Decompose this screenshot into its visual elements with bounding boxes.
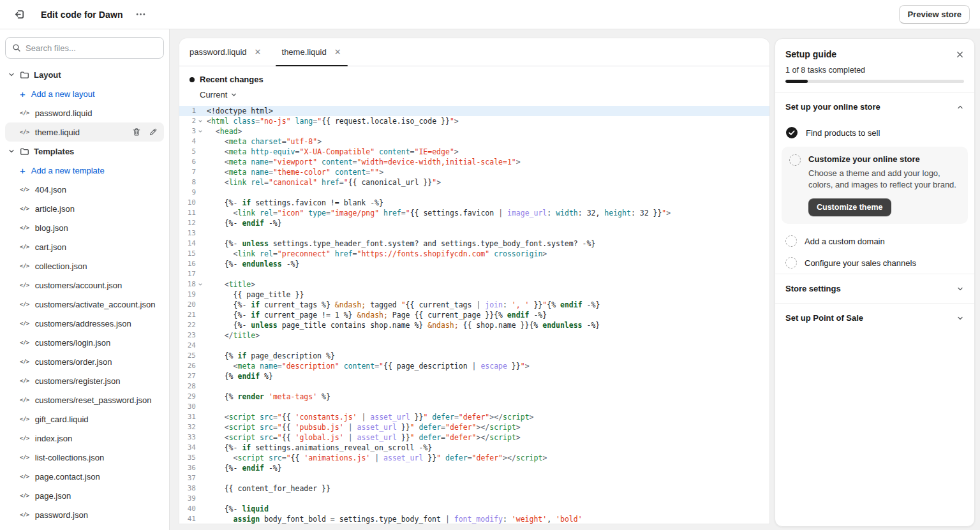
section-header-set-up-your-online-store[interactable]: Set up your online store <box>775 92 974 121</box>
file-item-page.json[interactable]: </>page.json <box>0 486 169 505</box>
file-item-customers/addresses.json[interactable]: </>customers/addresses.json <box>0 314 169 333</box>
file-item-customers/order.json[interactable]: </>customers/order.json <box>0 352 169 371</box>
file-row-tools <box>132 128 164 136</box>
file-item-password.liquid[interactable]: </>password.liquid <box>0 103 169 122</box>
line-number: 23 <box>179 330 196 341</box>
code-line-1: 1<!doctype html> <box>179 106 769 116</box>
code-editor-panel: password.liquid✕theme.liquid✕ Recent cha… <box>179 38 769 524</box>
code-line-text: <meta http-equiv="X-UA-Compatible" conte… <box>204 147 459 157</box>
task-incomplete-icon[interactable] <box>785 257 797 269</box>
tab-close-icon[interactable]: ✕ <box>334 48 341 56</box>
code-area[interactable]: 1<!doctype html>2<html class="no-js" lan… <box>179 106 769 524</box>
code-line-text: <title> <box>204 279 255 290</box>
task-card-customize-your-online-store[interactable]: Customize your online storeChoose a them… <box>782 147 968 224</box>
tab-theme.liquid[interactable]: theme.liquid✕ <box>272 38 352 66</box>
version-dropdown[interactable]: Current <box>200 90 759 99</box>
customize-theme-button[interactable]: Customize theme <box>808 198 891 216</box>
code-line-15: 15 <link rel="preconnect" href="https://… <box>179 249 769 259</box>
code-line-text: <script src="{{ 'pubsub.js' | asset_url … <box>204 422 521 432</box>
file-item-customers/account.json[interactable]: </>customers/account.json <box>0 276 169 295</box>
code-line-38: 38 {{ content_for_header }} <box>179 483 769 494</box>
line-number: 8 <box>179 177 196 188</box>
code-line-30: 30 <box>179 402 769 412</box>
file-name: article.json <box>35 204 75 214</box>
file-name: customers/register.json <box>35 376 121 386</box>
file-item-index.json[interactable]: </>index.json <box>0 429 169 448</box>
file-item-page.contact.json[interactable]: </>page.contact.json <box>0 467 169 486</box>
section-header-set-up-point-of-sale[interactable]: Set up Point of Sale <box>775 303 974 332</box>
code-line-19: 19 {{ page_title }} <box>179 290 769 300</box>
code-file-icon: </> <box>20 225 29 231</box>
file-item-list-collections.json[interactable]: </>list-collections.json <box>0 448 169 467</box>
file-item-article.json[interactable]: </>article.json <box>0 199 169 218</box>
file-item-collection.json[interactable]: </>collection.json <box>0 256 169 276</box>
code-line-34: 34 {%- if settings.animations_reveal_on_… <box>179 443 769 453</box>
add-new-action[interactable]: +Add a new template <box>0 161 169 180</box>
file-item-customers/register.json[interactable]: </>customers/register.json <box>0 371 169 390</box>
add-new-action[interactable]: +Add a new layout <box>0 84 169 103</box>
task-complete-icon <box>785 126 798 139</box>
code-file-icon: </> <box>20 244 29 250</box>
close-icon[interactable] <box>956 50 964 59</box>
more-menu-icon[interactable] <box>132 7 150 22</box>
preview-store-button[interactable]: Preview store <box>899 5 970 24</box>
file-name: customers/order.json <box>35 357 112 367</box>
file-name: customers/activate_account.json <box>35 300 156 309</box>
code-line-text: </title> <box>204 330 260 341</box>
delete-icon[interactable] <box>132 128 141 136</box>
code-line-27: 27 {% endif %} <box>179 371 769 381</box>
folder-row-templates[interactable]: Templates <box>0 142 169 161</box>
search-input[interactable] <box>26 43 157 53</box>
line-number: 20 <box>179 300 196 310</box>
file-item-blog.json[interactable]: </>blog.json <box>0 218 169 237</box>
search-files-box[interactable] <box>5 37 164 59</box>
line-number: 18 <box>179 279 196 290</box>
file-tree: Layout+Add a new layout</>password.liqui… <box>0 65 169 524</box>
folder-row-layout[interactable]: Layout <box>0 65 169 84</box>
code-line-16: 16 {%- endunless -%} <box>179 259 769 269</box>
code-line-41: 41 assign body_font_bold = settings.type… <box>179 514 769 524</box>
setup-guide-panel: Setup guide 1 of 8 tasks completed Set u… <box>775 38 975 527</box>
line-number: 5 <box>179 147 196 157</box>
fold-chevron-icon <box>196 282 204 287</box>
file-item-password.json[interactable]: </>password.json <box>0 505 169 524</box>
action-label: Add a new layout <box>31 89 95 99</box>
progress-bar <box>785 80 964 83</box>
file-item-404.json[interactable]: </>404.json <box>0 180 169 199</box>
code-line-text: {%- endif -%} <box>204 218 282 228</box>
line-number: 29 <box>179 392 196 402</box>
tab-close-icon[interactable]: ✕ <box>255 48 262 56</box>
file-name: customers/reset_password.json <box>35 395 152 405</box>
setup-guide-title: Setup guide <box>785 49 836 59</box>
task-add-a-custom-domain[interactable]: Add a custom domain <box>775 230 974 252</box>
exit-icon[interactable] <box>10 6 28 24</box>
chevron-down-icon <box>956 285 964 293</box>
code-line-21: 21 {%- if current_page != 1 %} &ndash; P… <box>179 310 769 320</box>
task-incomplete-icon[interactable] <box>785 235 797 247</box>
code-line-text: {%- unless settings.type_header_font.sys… <box>204 239 595 249</box>
line-number: 9 <box>179 188 196 198</box>
section-header-store-settings[interactable]: Store settings <box>775 274 974 303</box>
task-find-products-to-sell[interactable]: Find products to sell <box>775 121 974 144</box>
line-number: 34 <box>179 443 196 453</box>
rename-icon[interactable] <box>149 128 158 136</box>
line-number: 6 <box>179 157 196 167</box>
code-line-33: 33 <script src="{{ 'global.js' | asset_u… <box>179 432 769 443</box>
file-item-customers/activate_account.json[interactable]: </>customers/activate_account.json <box>0 295 169 314</box>
file-item-gift_card.liquid[interactable]: </>gift_card.liquid <box>0 409 169 429</box>
task-configure-your-sales-channels[interactable]: Configure your sales channels <box>775 252 974 274</box>
task-incomplete-icon[interactable] <box>789 154 801 166</box>
file-item-cart.json[interactable]: </>cart.json <box>0 237 169 256</box>
code-line-23: 23 </title> <box>179 330 769 341</box>
file-item-customers/reset_password.json[interactable]: </>customers/reset_password.json <box>0 390 169 409</box>
file-item-theme.liquid[interactable]: </>theme.liquid <box>5 122 164 142</box>
code-file-icon: </> <box>20 263 29 269</box>
code-line-40: 40 {%- liquid <box>179 504 769 514</box>
code-file-icon: </> <box>20 339 29 346</box>
task-title: Customize your online store <box>808 154 960 164</box>
code-file-icon: </> <box>20 416 29 422</box>
code-line-text: {%- unless page_title contains shop.name… <box>204 320 600 330</box>
file-item-customers/login.json[interactable]: </>customers/login.json <box>0 333 169 352</box>
tab-password.liquid[interactable]: password.liquid✕ <box>179 38 272 66</box>
unsaved-dot <box>189 77 195 82</box>
